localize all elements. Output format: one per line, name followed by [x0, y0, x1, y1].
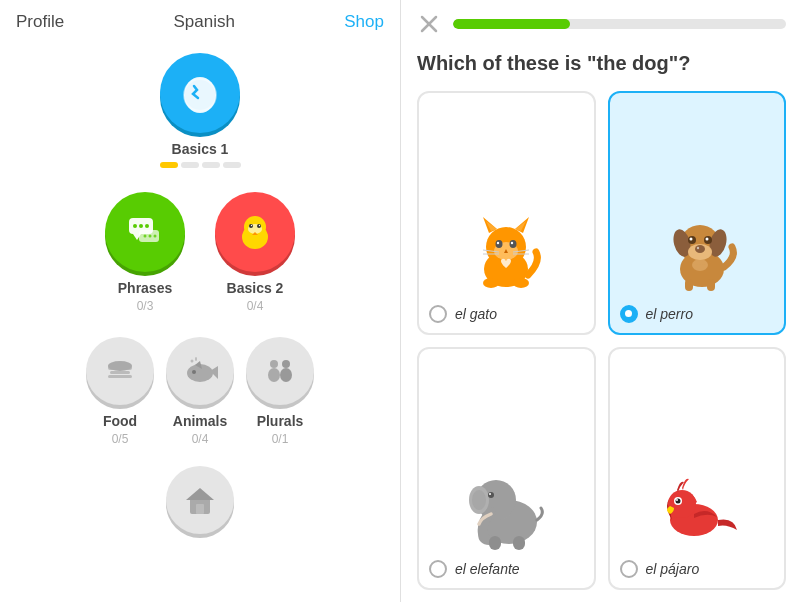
- svg-point-27: [191, 360, 194, 363]
- question-text: Which of these is "the dog"?: [417, 52, 786, 75]
- svg-point-81: [675, 499, 680, 504]
- svg-point-61: [695, 245, 705, 253]
- answer-grid: el gato: [417, 91, 786, 590]
- food-sublabel: 0/5: [112, 432, 129, 446]
- progress-seg-4: [223, 162, 241, 168]
- extra-lesson-icon: [180, 480, 220, 520]
- right-panel: Which of these is "the dog"?: [401, 0, 802, 602]
- svg-rect-77: [513, 536, 525, 550]
- plurals-button[interactable]: [246, 337, 314, 405]
- basics1-icon: [175, 68, 225, 118]
- row-four: [166, 466, 234, 534]
- food-icon: [102, 353, 138, 389]
- elephant-image: [461, 462, 551, 552]
- food-button[interactable]: [86, 337, 154, 405]
- basics2-item: Basics 2 0/4: [215, 192, 295, 313]
- svg-rect-68: [707, 279, 715, 291]
- svg-marker-34: [186, 488, 214, 500]
- basics1-section: Basics 1: [160, 53, 241, 168]
- extra-lesson-item: [166, 466, 234, 534]
- elephant-text: el elefante: [455, 561, 520, 577]
- svg-point-65: [689, 237, 692, 240]
- plurals-sublabel: 0/1: [272, 432, 289, 446]
- dog-text: el perro: [646, 306, 693, 322]
- close-button[interactable]: [417, 12, 441, 36]
- cat-svg: [461, 207, 551, 297]
- svg-point-46: [496, 240, 503, 248]
- svg-point-73: [472, 490, 486, 510]
- svg-point-32: [280, 368, 292, 382]
- answer-card-dog[interactable]: el perro: [608, 91, 787, 335]
- svg-point-69: [692, 259, 708, 271]
- svg-point-28: [195, 357, 197, 361]
- svg-point-55: [513, 278, 529, 288]
- progress-seg-2: [181, 162, 199, 168]
- svg-point-10: [154, 235, 157, 238]
- answer-card-bird[interactable]: el pájaro: [608, 347, 787, 591]
- svg-point-49: [511, 241, 513, 243]
- progress-seg-3: [202, 162, 220, 168]
- animals-button[interactable]: [166, 337, 234, 405]
- row-three: Food 0/5 Animals 0/4: [86, 337, 314, 446]
- svg-point-4: [139, 224, 143, 228]
- extra-lesson-button[interactable]: [166, 466, 234, 534]
- svg-point-62: [697, 246, 699, 248]
- progress-seg-1: [160, 162, 178, 168]
- lesson-progress-fill: [453, 19, 570, 29]
- bird-text: el pájaro: [646, 561, 700, 577]
- dog-label-row: el perro: [620, 305, 775, 323]
- bird-svg: [652, 462, 742, 552]
- row-two: Phrases 0/3: [105, 192, 295, 313]
- bird-image: [652, 462, 742, 552]
- basics2-button[interactable]: [215, 192, 295, 272]
- answer-card-cat[interactable]: el gato: [417, 91, 596, 335]
- phrases-button[interactable]: [105, 192, 185, 272]
- food-item: Food 0/5: [86, 337, 154, 446]
- plurals-item: Plurals 0/1: [246, 337, 314, 446]
- cat-radio[interactable]: [429, 305, 447, 323]
- svg-point-54: [483, 278, 499, 288]
- svg-point-31: [282, 360, 290, 368]
- left-panel: Profile Spanish Shop Basics 1: [0, 0, 401, 602]
- elephant-label-row: el elefante: [429, 560, 584, 578]
- profile-link[interactable]: Profile: [16, 12, 64, 32]
- plurals-icon: [260, 351, 300, 391]
- phrases-item: Phrases 0/3: [105, 192, 185, 313]
- phrases-sublabel: 0/3: [137, 299, 154, 313]
- svg-rect-76: [489, 536, 501, 550]
- svg-point-66: [705, 237, 708, 240]
- svg-point-16: [257, 224, 261, 228]
- svg-rect-35: [196, 504, 204, 514]
- svg-rect-67: [685, 279, 693, 291]
- svg-point-17: [251, 225, 252, 226]
- dog-image: [652, 207, 742, 297]
- dog-radio[interactable]: [620, 305, 638, 323]
- svg-point-48: [497, 241, 499, 243]
- basics2-icon: [230, 207, 280, 257]
- basics1-button[interactable]: [160, 53, 240, 133]
- elephant-radio[interactable]: [429, 560, 447, 578]
- lesson-progress-bar: [453, 19, 786, 29]
- cat-image: [461, 207, 551, 297]
- answer-card-elephant[interactable]: el elefante: [417, 347, 596, 591]
- shop-link[interactable]: Shop: [344, 12, 384, 32]
- svg-point-47: [510, 240, 517, 248]
- cat-text: el gato: [455, 306, 497, 322]
- animals-label: Animals: [173, 413, 227, 429]
- svg-point-82: [676, 499, 678, 501]
- left-header: Profile Spanish Shop: [0, 0, 400, 43]
- svg-point-9: [149, 235, 152, 238]
- phrases-icon: [123, 210, 167, 254]
- svg-point-30: [268, 368, 280, 382]
- animals-icon: [180, 351, 220, 391]
- basics2-sublabel: 0/4: [247, 299, 264, 313]
- svg-point-74: [488, 492, 494, 498]
- bird-radio[interactable]: [620, 560, 638, 578]
- phrases-label: Phrases: [118, 280, 172, 296]
- basics1-progress: [160, 162, 241, 168]
- svg-point-29: [270, 360, 278, 368]
- animals-item: Animals 0/4: [166, 337, 234, 446]
- svg-point-18: [259, 225, 260, 226]
- svg-point-8: [144, 235, 147, 238]
- animals-sublabel: 0/4: [192, 432, 209, 446]
